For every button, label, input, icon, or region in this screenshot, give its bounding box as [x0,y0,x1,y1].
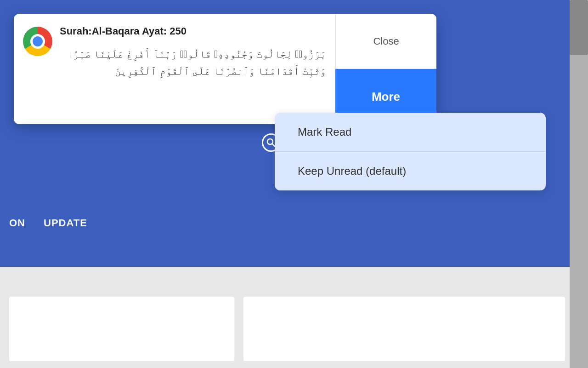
notification-header: Surah:Al-Baqara Ayat: 250 بَرَزُوا۟ لِجَ… [14,14,436,124]
dropdown-menu: Mark Read Keep Unread (default) [275,113,546,190]
notification-content: Surah:Al-Baqara Ayat: 250 بَرَزُوا۟ لِجَ… [14,14,335,124]
scrollbar-thumb[interactable] [570,0,588,55]
keep-unread-item[interactable]: Keep Unread (default) [275,152,546,190]
scrollbar-track[interactable] [570,0,588,368]
chrome-outer-ring [23,27,52,56]
chrome-logo [23,27,52,56]
card-left [9,297,234,361]
chrome-inner-circle [30,34,45,49]
close-button[interactable]: Close [335,14,436,69]
notification-title: Surah:Al-Baqara Ayat: 250 [60,25,326,38]
notification-actions: Close More [335,14,436,124]
notification-text-area: Surah:Al-Baqara Ayat: 250 بَرَزُوا۟ لِجَ… [60,25,326,80]
mark-read-item[interactable]: Mark Read [275,113,546,152]
notification-arabic-text: بَرَزُوا۟ لِجَالُوتَ وَجُنُودِهِۦ قَالُو… [60,46,326,80]
blue-navigation-bar: ON UPDATE [0,209,285,237]
notification-popup: Surah:Al-Baqara Ayat: 250 بَرَزُوا۟ لِجَ… [14,14,436,124]
card-right [243,297,565,361]
update-label: UPDATE [44,217,87,229]
on-label: ON [9,217,25,229]
